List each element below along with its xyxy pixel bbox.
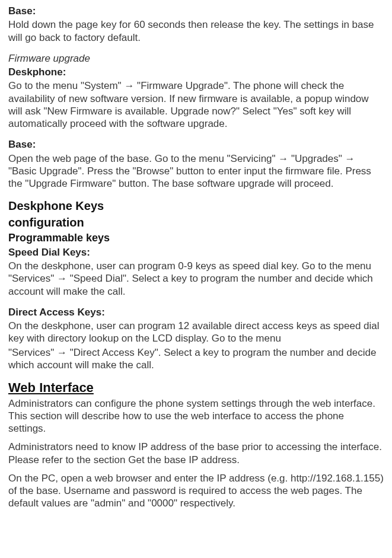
heading-programmable-keys: Programmable keys xyxy=(8,231,384,245)
heading-base-2: Base: xyxy=(8,138,384,151)
heading-firmware-upgrade: Firmware upgrade xyxy=(8,52,384,65)
body-direct-access-1: On the deskphone, user can program 12 av… xyxy=(8,320,384,345)
body-speed-dial: On the deskphone, user can program 0-9 k… xyxy=(8,260,384,298)
heading-direct-access: Direct Access Keys: xyxy=(8,306,384,318)
heading-deskphone-keys-b: configuration xyxy=(8,215,384,230)
body-base-upgrade: Open the web page of the base. Go to the… xyxy=(8,152,384,190)
body-deskphone-upgrade: Go to the menu "System" → "Firmware Upgr… xyxy=(8,79,384,130)
heading-deskphone: Deskphone: xyxy=(8,66,384,78)
body-base-1: Hold down the page key for 60 seconds th… xyxy=(8,18,384,44)
body-direct-access-2: "Services" → "Direct Access Key". Select… xyxy=(8,346,384,372)
heading-web-interface: Web Interface xyxy=(8,380,384,396)
heading-base-1: Base: xyxy=(8,5,384,17)
heading-deskphone-keys-a: Deskphone Keys xyxy=(8,198,384,213)
body-web-p2: Administrators need to know IP address o… xyxy=(8,441,384,466)
heading-speed-dial: Speed Dial Keys: xyxy=(8,246,384,259)
body-web-p3: On the PC, open a web browser and enter … xyxy=(8,472,384,510)
body-web-p1: Administrators can configure the phone s… xyxy=(8,397,384,435)
